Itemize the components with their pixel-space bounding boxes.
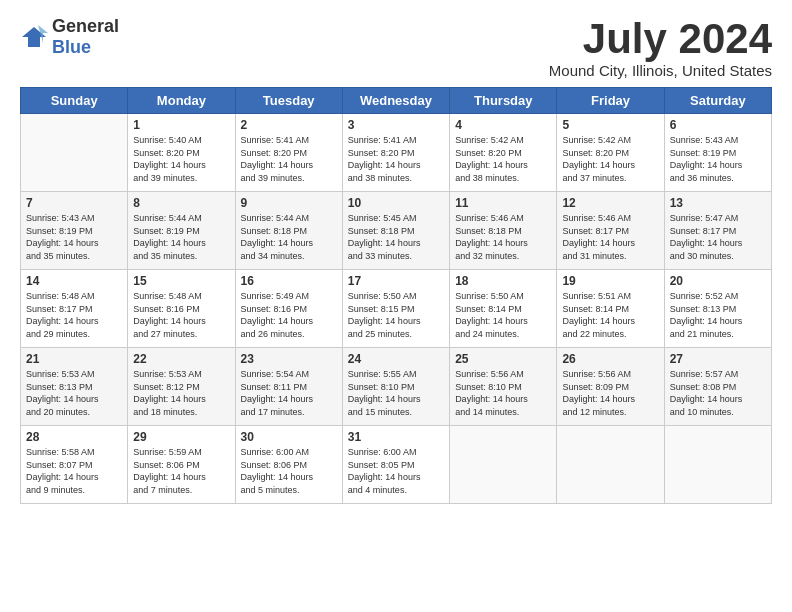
calendar-week-3: 14Sunrise: 5:48 AM Sunset: 8:17 PM Dayli…	[21, 270, 772, 348]
table-row: 8Sunrise: 5:44 AM Sunset: 8:19 PM Daylig…	[128, 192, 235, 270]
table-row: 4Sunrise: 5:42 AM Sunset: 8:20 PM Daylig…	[450, 114, 557, 192]
day-info: Sunrise: 5:47 AM Sunset: 8:17 PM Dayligh…	[670, 212, 766, 262]
table-row: 17Sunrise: 5:50 AM Sunset: 8:15 PM Dayli…	[342, 270, 449, 348]
day-info: Sunrise: 5:49 AM Sunset: 8:16 PM Dayligh…	[241, 290, 337, 340]
logo-general: General	[52, 16, 119, 36]
logo-icon	[20, 23, 48, 51]
table-row: 7Sunrise: 5:43 AM Sunset: 8:19 PM Daylig…	[21, 192, 128, 270]
day-number: 31	[348, 430, 444, 444]
calendar-week-1: 1Sunrise: 5:40 AM Sunset: 8:20 PM Daylig…	[21, 114, 772, 192]
day-number: 28	[26, 430, 122, 444]
table-row: 29Sunrise: 5:59 AM Sunset: 8:06 PM Dayli…	[128, 426, 235, 504]
day-info: Sunrise: 5:59 AM Sunset: 8:06 PM Dayligh…	[133, 446, 229, 496]
table-row	[557, 426, 664, 504]
day-number: 6	[670, 118, 766, 132]
day-info: Sunrise: 5:56 AM Sunset: 8:10 PM Dayligh…	[455, 368, 551, 418]
table-row: 27Sunrise: 5:57 AM Sunset: 8:08 PM Dayli…	[664, 348, 771, 426]
day-number: 19	[562, 274, 658, 288]
table-row: 19Sunrise: 5:51 AM Sunset: 8:14 PM Dayli…	[557, 270, 664, 348]
day-number: 26	[562, 352, 658, 366]
day-info: Sunrise: 5:51 AM Sunset: 8:14 PM Dayligh…	[562, 290, 658, 340]
day-number: 10	[348, 196, 444, 210]
day-number: 12	[562, 196, 658, 210]
day-number: 20	[670, 274, 766, 288]
table-row: 10Sunrise: 5:45 AM Sunset: 8:18 PM Dayli…	[342, 192, 449, 270]
day-number: 5	[562, 118, 658, 132]
table-row	[664, 426, 771, 504]
table-row	[21, 114, 128, 192]
table-row: 22Sunrise: 5:53 AM Sunset: 8:12 PM Dayli…	[128, 348, 235, 426]
day-info: Sunrise: 5:46 AM Sunset: 8:17 PM Dayligh…	[562, 212, 658, 262]
day-number: 8	[133, 196, 229, 210]
table-row: 5Sunrise: 5:42 AM Sunset: 8:20 PM Daylig…	[557, 114, 664, 192]
day-info: Sunrise: 5:45 AM Sunset: 8:18 PM Dayligh…	[348, 212, 444, 262]
day-info: Sunrise: 5:48 AM Sunset: 8:16 PM Dayligh…	[133, 290, 229, 340]
day-info: Sunrise: 5:54 AM Sunset: 8:11 PM Dayligh…	[241, 368, 337, 418]
day-info: Sunrise: 5:53 AM Sunset: 8:12 PM Dayligh…	[133, 368, 229, 418]
table-row: 12Sunrise: 5:46 AM Sunset: 8:17 PM Dayli…	[557, 192, 664, 270]
day-number: 2	[241, 118, 337, 132]
day-info: Sunrise: 6:00 AM Sunset: 8:06 PM Dayligh…	[241, 446, 337, 496]
header: General Blue July 2024 Mound City, Illin…	[20, 16, 772, 79]
table-row: 11Sunrise: 5:46 AM Sunset: 8:18 PM Dayli…	[450, 192, 557, 270]
day-number: 1	[133, 118, 229, 132]
logo-blue: Blue	[52, 37, 91, 57]
day-number: 16	[241, 274, 337, 288]
day-info: Sunrise: 5:42 AM Sunset: 8:20 PM Dayligh…	[562, 134, 658, 184]
table-row: 31Sunrise: 6:00 AM Sunset: 8:05 PM Dayli…	[342, 426, 449, 504]
day-info: Sunrise: 5:42 AM Sunset: 8:20 PM Dayligh…	[455, 134, 551, 184]
col-wednesday: Wednesday	[342, 88, 449, 114]
table-row: 30Sunrise: 6:00 AM Sunset: 8:06 PM Dayli…	[235, 426, 342, 504]
logo-text: General Blue	[52, 16, 119, 58]
day-number: 3	[348, 118, 444, 132]
day-info: Sunrise: 5:50 AM Sunset: 8:15 PM Dayligh…	[348, 290, 444, 340]
table-row: 6Sunrise: 5:43 AM Sunset: 8:19 PM Daylig…	[664, 114, 771, 192]
table-row: 18Sunrise: 5:50 AM Sunset: 8:14 PM Dayli…	[450, 270, 557, 348]
day-info: Sunrise: 5:41 AM Sunset: 8:20 PM Dayligh…	[241, 134, 337, 184]
calendar-table: Sunday Monday Tuesday Wednesday Thursday…	[20, 87, 772, 504]
day-number: 9	[241, 196, 337, 210]
day-number: 17	[348, 274, 444, 288]
table-row: 1Sunrise: 5:40 AM Sunset: 8:20 PM Daylig…	[128, 114, 235, 192]
table-row: 2Sunrise: 5:41 AM Sunset: 8:20 PM Daylig…	[235, 114, 342, 192]
day-info: Sunrise: 5:58 AM Sunset: 8:07 PM Dayligh…	[26, 446, 122, 496]
col-saturday: Saturday	[664, 88, 771, 114]
day-info: Sunrise: 5:53 AM Sunset: 8:13 PM Dayligh…	[26, 368, 122, 418]
table-row	[450, 426, 557, 504]
day-info: Sunrise: 5:44 AM Sunset: 8:19 PM Dayligh…	[133, 212, 229, 262]
table-row: 3Sunrise: 5:41 AM Sunset: 8:20 PM Daylig…	[342, 114, 449, 192]
col-tuesday: Tuesday	[235, 88, 342, 114]
col-thursday: Thursday	[450, 88, 557, 114]
day-number: 27	[670, 352, 766, 366]
day-number: 13	[670, 196, 766, 210]
day-number: 18	[455, 274, 551, 288]
month-title: July 2024	[549, 16, 772, 62]
day-info: Sunrise: 5:41 AM Sunset: 8:20 PM Dayligh…	[348, 134, 444, 184]
day-info: Sunrise: 5:56 AM Sunset: 8:09 PM Dayligh…	[562, 368, 658, 418]
table-row: 15Sunrise: 5:48 AM Sunset: 8:16 PM Dayli…	[128, 270, 235, 348]
day-number: 23	[241, 352, 337, 366]
table-row: 24Sunrise: 5:55 AM Sunset: 8:10 PM Dayli…	[342, 348, 449, 426]
day-number: 22	[133, 352, 229, 366]
day-info: Sunrise: 5:43 AM Sunset: 8:19 PM Dayligh…	[670, 134, 766, 184]
day-info: Sunrise: 5:43 AM Sunset: 8:19 PM Dayligh…	[26, 212, 122, 262]
calendar-week-5: 28Sunrise: 5:58 AM Sunset: 8:07 PM Dayli…	[21, 426, 772, 504]
col-monday: Monday	[128, 88, 235, 114]
table-row: 26Sunrise: 5:56 AM Sunset: 8:09 PM Dayli…	[557, 348, 664, 426]
table-row: 25Sunrise: 5:56 AM Sunset: 8:10 PM Dayli…	[450, 348, 557, 426]
day-info: Sunrise: 5:40 AM Sunset: 8:20 PM Dayligh…	[133, 134, 229, 184]
day-info: Sunrise: 5:46 AM Sunset: 8:18 PM Dayligh…	[455, 212, 551, 262]
day-number: 4	[455, 118, 551, 132]
table-row: 9Sunrise: 5:44 AM Sunset: 8:18 PM Daylig…	[235, 192, 342, 270]
day-info: Sunrise: 6:00 AM Sunset: 8:05 PM Dayligh…	[348, 446, 444, 496]
day-number: 7	[26, 196, 122, 210]
day-info: Sunrise: 5:50 AM Sunset: 8:14 PM Dayligh…	[455, 290, 551, 340]
day-number: 14	[26, 274, 122, 288]
day-info: Sunrise: 5:55 AM Sunset: 8:10 PM Dayligh…	[348, 368, 444, 418]
table-row: 23Sunrise: 5:54 AM Sunset: 8:11 PM Dayli…	[235, 348, 342, 426]
day-info: Sunrise: 5:48 AM Sunset: 8:17 PM Dayligh…	[26, 290, 122, 340]
day-info: Sunrise: 5:44 AM Sunset: 8:18 PM Dayligh…	[241, 212, 337, 262]
title-area: July 2024 Mound City, Illinois, United S…	[549, 16, 772, 79]
day-info: Sunrise: 5:52 AM Sunset: 8:13 PM Dayligh…	[670, 290, 766, 340]
col-friday: Friday	[557, 88, 664, 114]
